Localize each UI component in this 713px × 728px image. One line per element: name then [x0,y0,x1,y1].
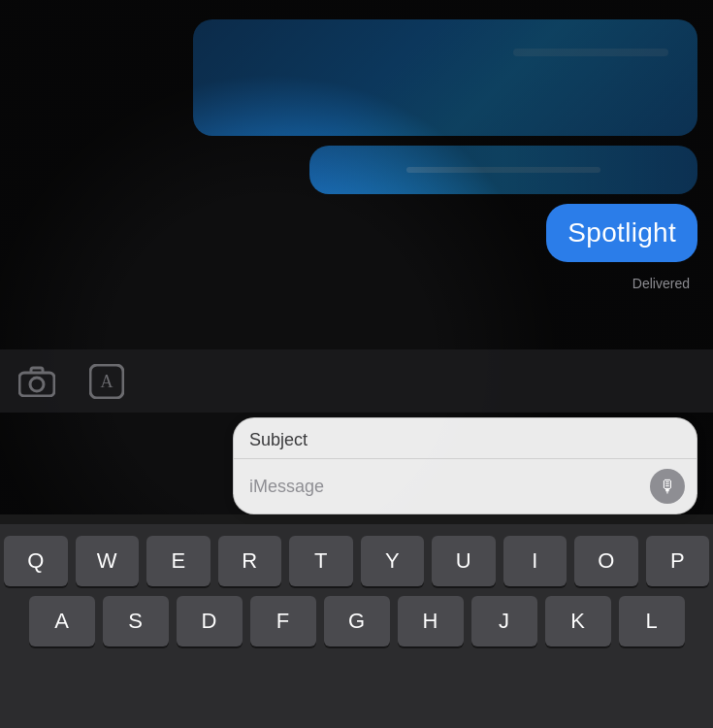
key-g[interactable]: G [324,596,390,646]
subject-placeholder: Subject [249,430,308,449]
key-t[interactable]: T [289,536,353,586]
subject-line[interactable]: Subject [234,418,697,459]
key-j[interactable]: J [471,596,537,646]
key-l[interactable]: L [619,596,685,646]
message-bubble-spotlight: Spotlight [546,204,697,262]
mic-button[interactable]: 🎙 [650,469,685,504]
keyboard-row-1: Q W E R T Y U I O P [4,536,709,586]
delivered-status: Delivered [632,276,690,291]
key-q[interactable]: Q [4,536,68,586]
key-s[interactable]: S [103,596,169,646]
key-r[interactable]: R [218,536,282,586]
key-d[interactable]: D [177,596,243,646]
keyboard: Q W E R T Y U I O P A S D F G H J K L [0,524,713,728]
input-box: Subject iMessage 🎙 [233,417,697,514]
key-e[interactable]: E [146,536,211,586]
key-f[interactable]: F [250,596,316,646]
keyboard-row-2: A S D F G H J K L [4,596,709,646]
apps-button[interactable]: A [85,360,128,403]
key-u[interactable]: U [432,536,496,586]
message-bubble-2 [309,146,697,194]
key-p[interactable]: P [646,536,710,586]
key-o[interactable]: O [574,536,638,586]
key-h[interactable]: H [398,596,464,646]
message-input-wrapper: Subject iMessage 🎙 [233,417,697,514]
svg-text:A: A [101,371,113,390]
imessage-placeholder: iMessage [249,477,650,497]
imessage-row[interactable]: iMessage 🎙 [234,459,697,513]
key-k[interactable]: K [545,596,611,646]
key-a[interactable]: A [29,596,95,646]
toolbar: A [0,349,713,413]
svg-point-1 [30,378,44,391]
messages-container: Spotlight Delivered [0,0,713,301]
camera-button[interactable] [16,360,58,403]
key-i[interactable]: I [503,536,567,586]
message-bubble-1 [193,19,697,136]
mic-icon: 🎙 [659,477,676,497]
key-y[interactable]: Y [361,536,425,586]
key-w[interactable]: W [76,536,140,586]
spotlight-text: Spotlight [567,217,676,248]
